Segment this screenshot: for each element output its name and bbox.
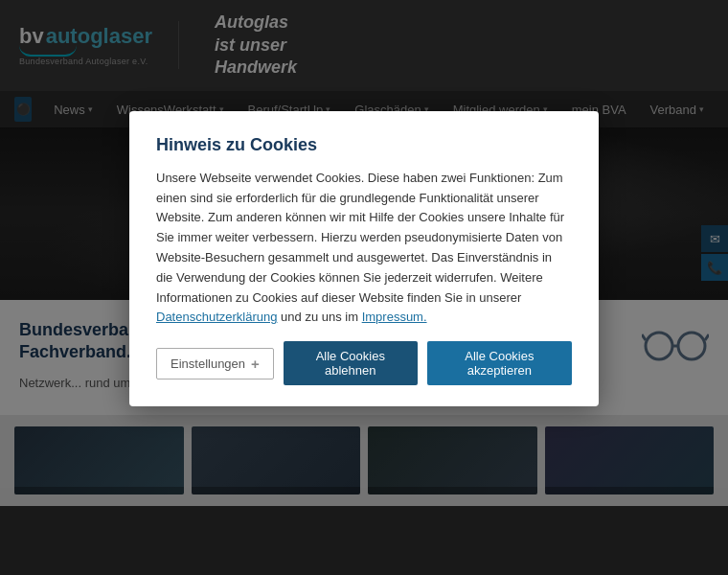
modal-title: Hinweis zu Cookies — [156, 135, 572, 155]
modal-overlay: Hinweis zu Cookies Unsere Webseite verwe… — [0, 0, 728, 575]
modal-body: Unsere Webseite verwendet Cookies. Diese… — [156, 169, 572, 328]
impressum-link[interactable]: Impressum. — [362, 310, 427, 324]
datenschutz-link[interactable]: Datenschutzerklärung — [156, 310, 277, 324]
settings-button[interactable]: Einstellungen + — [156, 348, 274, 380]
cookie-modal: Hinweis zu Cookies Unsere Webseite verwe… — [129, 111, 599, 406]
ablehnen-button[interactable]: Alle Cookies ablehnen — [284, 341, 418, 385]
modal-footer: Einstellungen + Alle Cookies ablehnen Al… — [156, 341, 572, 385]
plus-icon: + — [251, 356, 260, 372]
modal-body-text: Unsere Webseite verwendet Cookies. Diese… — [156, 171, 564, 305]
modal-body-connector2: und zu uns im — [281, 310, 358, 324]
akzeptieren-button[interactable]: Alle Cookies akzeptieren — [427, 341, 572, 385]
settings-label: Einstellungen — [171, 356, 245, 371]
